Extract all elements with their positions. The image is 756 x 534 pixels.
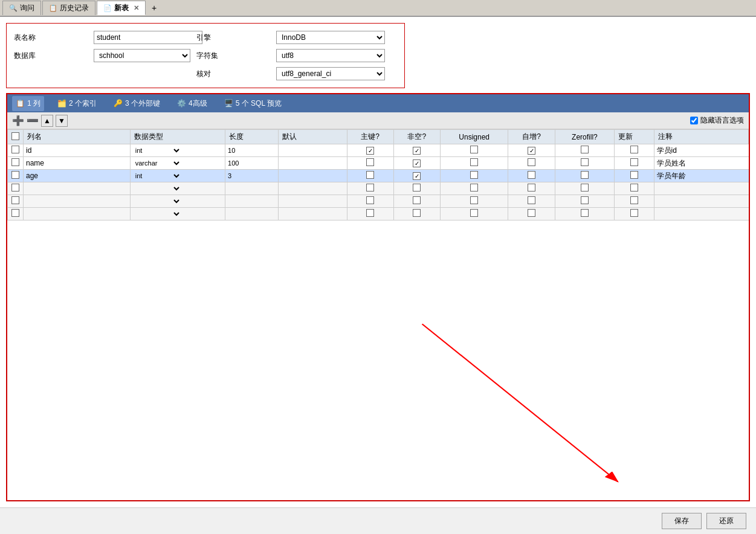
checkbox-cell[interactable] (528, 158, 535, 166)
checkbox-cell[interactable] (630, 209, 638, 217)
col-len-cell[interactable] (225, 144, 279, 157)
checkbox-cell[interactable] (11, 171, 19, 179)
comment-cell[interactable] (654, 182, 749, 195)
checkbox-cell[interactable] (528, 147, 535, 155)
col-name-input[interactable] (26, 146, 80, 155)
checkbox-cell[interactable] (413, 159, 421, 167)
type-select[interactable]: intvarcharchartextbigintfloatdoubledecim… (133, 146, 181, 155)
checkbox-cell[interactable] (470, 158, 478, 166)
checkbox-cell[interactable] (581, 209, 589, 217)
tab-newtable[interactable]: 📄 新表 ✕ (97, 1, 146, 15)
type-select[interactable] (133, 210, 181, 218)
col-default-cell[interactable] (279, 144, 347, 157)
length-input[interactable] (228, 185, 249, 192)
checkbox-cell[interactable] (581, 184, 589, 191)
tab-sql-preview[interactable]: 🖥️ 5 个 SQL 预览 (221, 96, 285, 111)
tab-add-button[interactable]: + (147, 2, 161, 14)
length-input[interactable] (228, 159, 249, 167)
col-type-cell[interactable] (130, 195, 225, 208)
checkbox-cell[interactable] (413, 196, 421, 204)
col-len-cell[interactable] (225, 170, 279, 182)
length-input[interactable] (228, 210, 249, 217)
length-input[interactable] (228, 147, 249, 154)
database-select[interactable]: schhool (94, 49, 190, 62)
col-type-cell[interactable]: intvarcharchartextbigintfloatdoubledecim… (130, 157, 225, 170)
checkbox-cell[interactable] (11, 146, 19, 153)
checkbox-cell[interactable] (366, 196, 374, 204)
col-name-input[interactable] (26, 184, 80, 193)
checkbox-cell[interactable] (630, 146, 638, 153)
col-name-cell[interactable] (24, 195, 131, 208)
col-default-cell[interactable] (279, 170, 347, 182)
comment-cell[interactable] (654, 170, 749, 182)
default-input[interactable] (281, 159, 314, 167)
tab-advanced[interactable]: ⚙️ 4高级 (173, 96, 211, 111)
checkbox-cell[interactable] (630, 184, 638, 191)
checkbox-cell[interactable] (528, 196, 535, 204)
comment-cell[interactable] (654, 157, 749, 170)
col-name-input[interactable] (26, 159, 80, 167)
checkbox-cell[interactable] (11, 209, 19, 217)
comment-cell[interactable] (654, 195, 749, 208)
collation-select[interactable]: utf8_general_ci (276, 67, 385, 80)
comment-input[interactable] (657, 159, 705, 167)
tab-foreign-keys[interactable]: 🔑 3 个外部键 (110, 96, 164, 111)
comment-input[interactable] (657, 172, 705, 180)
checkbox-cell[interactable] (413, 209, 421, 217)
checkbox-cell[interactable] (413, 172, 421, 180)
col-default-cell[interactable] (279, 195, 347, 208)
checkbox-cell[interactable] (528, 184, 535, 191)
remove-row-button[interactable]: ➖ (27, 115, 39, 127)
tab-query[interactable]: 🔍 询问 (2, 1, 41, 15)
type-select[interactable] (133, 184, 181, 193)
length-input[interactable] (228, 172, 249, 179)
comment-input[interactable] (657, 210, 705, 218)
restore-button[interactable]: 还原 (706, 513, 746, 529)
col-type-cell[interactable] (130, 208, 225, 220)
col-default-cell[interactable] (279, 208, 347, 220)
length-input[interactable] (228, 198, 249, 205)
default-input[interactable] (281, 210, 314, 218)
checkbox-cell[interactable] (470, 209, 478, 217)
col-name-cell[interactable] (24, 144, 131, 157)
checkbox-cell[interactable] (581, 171, 589, 179)
col-len-cell[interactable] (225, 182, 279, 195)
checkbox-cell[interactable] (581, 196, 589, 204)
checkbox-cell[interactable] (366, 209, 374, 217)
charset-select[interactable]: utf8 (276, 49, 385, 62)
tab-history[interactable]: 📋 历史记录 (42, 1, 95, 15)
checkbox-cell[interactable] (630, 158, 638, 166)
default-input[interactable] (281, 184, 314, 193)
checkbox-cell[interactable] (470, 146, 478, 153)
checkbox-cell[interactable] (470, 184, 478, 191)
comment-input[interactable] (657, 184, 705, 193)
col-name-input[interactable] (26, 172, 80, 180)
checkbox-cell[interactable] (11, 158, 19, 166)
checkbox-cell[interactable] (470, 196, 478, 204)
default-input[interactable] (281, 146, 314, 155)
tab-columns[interactable]: 📋 1 列 (12, 96, 44, 111)
col-default-cell[interactable] (279, 157, 347, 170)
type-select[interactable]: intvarcharchartextbigintfloatdoubledecim… (133, 172, 181, 180)
checkbox-cell[interactable] (581, 158, 589, 166)
default-input[interactable] (281, 197, 314, 205)
col-name-cell[interactable] (24, 170, 131, 182)
comment-input[interactable] (657, 146, 705, 155)
hide-lang-checkbox[interactable] (690, 117, 698, 124)
col-default-cell[interactable] (279, 182, 347, 195)
type-select[interactable]: intvarcharchartextbigintfloatdoubledecim… (133, 159, 181, 167)
col-len-cell[interactable] (225, 208, 279, 220)
tab-newtable-close[interactable]: ✕ (134, 4, 139, 12)
col-name-input[interactable] (26, 197, 80, 205)
checkbox-cell[interactable] (366, 184, 374, 191)
col-name-cell[interactable] (24, 157, 131, 170)
col-type-cell[interactable]: intvarcharchartextbigintfloatdoubledecim… (130, 170, 225, 182)
comment-input[interactable] (657, 197, 705, 205)
checkbox-cell[interactable] (366, 147, 374, 155)
col-type-cell[interactable]: intvarcharchartextbigintfloatdoubledecim… (130, 144, 225, 157)
col-name-cell[interactable] (24, 182, 131, 195)
checkbox-cell[interactable] (528, 209, 535, 217)
checkbox-cell[interactable] (630, 171, 638, 179)
checkbox-cell[interactable] (528, 171, 535, 179)
engine-select[interactable]: InnoDB (276, 31, 385, 44)
